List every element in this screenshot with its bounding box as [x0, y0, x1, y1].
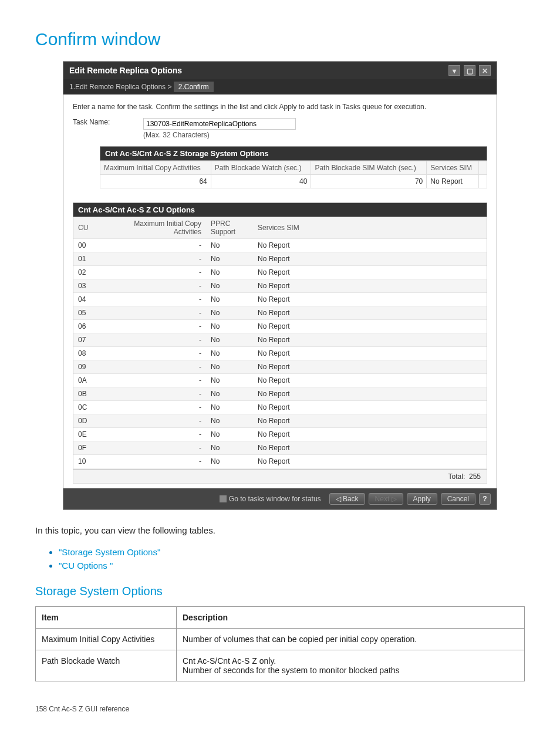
cu-options-table: CU Maximum Initial Copy Activities PPRC …: [73, 217, 487, 470]
sys-col-maxcopy: Maximum Initial Copy Activities: [100, 161, 211, 175]
table-row[interactable]: 04-NoNo Report: [73, 293, 487, 306]
intro-text: In this topic, you can view the followin…: [35, 525, 525, 535]
task-name-label: Task Name:: [73, 118, 143, 126]
table-row[interactable]: 07-NoNo Report: [73, 333, 487, 347]
table-row[interactable]: 01-NoNo Report: [73, 252, 487, 266]
storage-system-options-doc-table: Item Description Maximum Initial Copy Ac…: [35, 606, 525, 681]
close-icon[interactable]: ✕: [479, 65, 491, 76]
cu-col-blank: [318, 217, 487, 239]
table-row[interactable]: 0B-NoNo Report: [73, 387, 487, 401]
link-cu-options[interactable]: "CU Options ": [59, 561, 525, 571]
cu-col-pprc: PPRC Support: [206, 217, 253, 239]
table-row[interactable]: 0F-NoNo Report: [73, 441, 487, 455]
table-row[interactable]: 03-NoNo Report: [73, 279, 487, 293]
table-row[interactable]: 09-NoNo Report: [73, 360, 487, 374]
cu-scroll[interactable]: CU Maximum Initial Copy Activities PPRC …: [73, 217, 487, 470]
table-row[interactable]: 08-NoNo Report: [73, 347, 487, 360]
total-value: 255: [469, 472, 481, 481]
step-1[interactable]: 1.Edit Remote Replica Options >: [69, 83, 171, 91]
task-name-input[interactable]: [143, 118, 296, 130]
table-row[interactable]: 0D-NoNo Report: [73, 414, 487, 428]
storage-system-table: Maximum Initial Copy Activities Path Blo…: [100, 161, 487, 188]
table-row[interactable]: 0C-NoNo Report: [73, 401, 487, 414]
cu-col-act: Maximum Initial Copy Activities: [100, 217, 206, 239]
sys-col-blank: [479, 161, 487, 175]
collapse-icon[interactable]: ▾: [448, 65, 460, 76]
go-to-tasks-checkbox[interactable]: [220, 495, 227, 502]
sub-heading: Storage System Options: [35, 585, 525, 598]
cancel-button[interactable]: Cancel: [441, 493, 475, 505]
go-to-tasks-label[interactable]: Go to tasks window for status: [229, 495, 321, 503]
sys-col-pathwatch: Path Blockade Watch (sec.): [211, 161, 311, 175]
page-footer: 158 Cnt Ac-S Z GUI reference: [35, 705, 525, 713]
table-row[interactable]: 0A-NoNo Report: [73, 374, 487, 387]
storage-system-section-header: Cnt Ac-S/Cnt Ac-S Z Storage System Optio…: [100, 146, 487, 161]
table-row[interactable]: 02-NoNo Report: [73, 266, 487, 279]
table-row[interactable]: 00-NoNo Report: [73, 239, 487, 252]
table-row: 64 40 70 No Report: [100, 175, 487, 188]
cu-col-sim: Services SIM: [253, 217, 318, 239]
doc-col-desc: Description: [177, 607, 525, 629]
table-row: Path Blockade Watch Cnt Ac-S/Cnt Ac-S Z …: [36, 650, 525, 681]
cu-col-cu: CU: [73, 217, 100, 239]
next-button: Next ▷: [369, 493, 403, 505]
total-label: Total:: [448, 472, 465, 481]
step-bar: 1.Edit Remote Replica Options > 2.Confir…: [63, 79, 497, 94]
table-row[interactable]: 05-NoNo Report: [73, 306, 487, 320]
table-row: Maximum Initial Copy Activities Number o…: [36, 629, 525, 650]
instruction-text: Enter a name for the task. Confirm the s…: [73, 103, 487, 111]
back-button[interactable]: ◁ Back: [329, 493, 365, 505]
step-2: 2.Confirm: [174, 82, 214, 92]
sys-col-pathsimwatch: Path Blockade SIM Watch (sec.): [311, 161, 427, 175]
table-row[interactable]: 10-NoNo Report: [73, 455, 487, 468]
confirm-dialog: Edit Remote Replica Options ▾ ▢ ✕ 1.Edit…: [63, 61, 497, 510]
page-title: Confirm window: [35, 29, 525, 49]
topic-links: "Storage System Options" "CU Options ": [35, 547, 525, 571]
maximize-icon[interactable]: ▢: [464, 65, 475, 76]
table-row[interactable]: 0E-NoNo Report: [73, 428, 487, 441]
task-name-hint: (Max. 32 Characters): [143, 131, 296, 139]
cu-section-header: Cnt Ac-S/Cnt Ac-S Z CU Options: [73, 202, 487, 217]
sys-col-servicessim: Services SIM: [427, 161, 479, 175]
doc-col-item: Item: [36, 607, 177, 629]
dialog-title: Edit Remote Replica Options: [69, 66, 182, 75]
table-row[interactable]: 06-NoNo Report: [73, 320, 487, 333]
link-storage-system-options[interactable]: "Storage System Options": [59, 547, 525, 557]
help-button[interactable]: ?: [479, 493, 491, 505]
apply-button[interactable]: Apply: [407, 493, 437, 505]
